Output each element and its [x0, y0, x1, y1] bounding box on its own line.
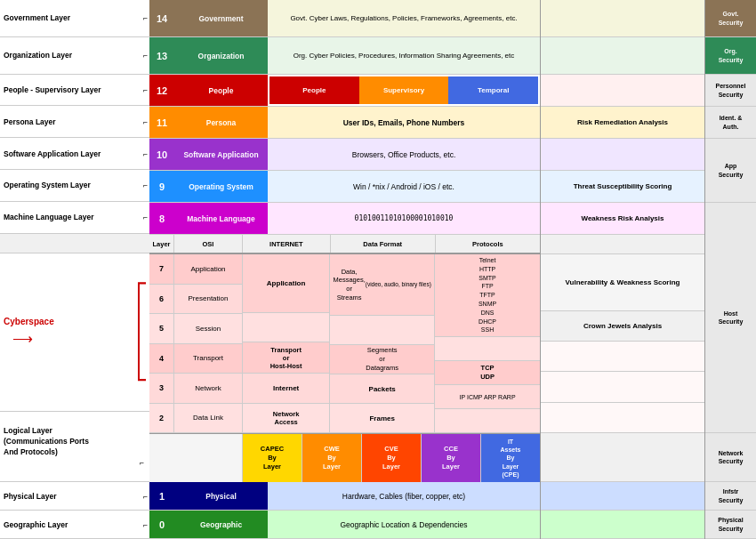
osi-name-7: Application: [174, 254, 243, 285]
name-geographic: Geographic: [174, 511, 268, 538]
label-people-text: People - Supervisory Layer: [4, 85, 101, 94]
cve-cell: CVEByLayer: [362, 434, 422, 482]
osi-internet-internet: Internet: [243, 374, 330, 403]
num-machine: 8: [149, 203, 174, 234]
osi-num-4: 4: [149, 344, 174, 374]
row-physical: 1 Physical Hardware, Cables (fiber, copp…: [149, 482, 540, 511]
osi-internet-col: Application TransportorHost-Host Interne…: [243, 254, 330, 433]
label-machine-text: Machine Language Layer: [4, 213, 94, 221]
osi-protocols-network: IP ICMP ARP RARP: [435, 385, 540, 409]
osi-num-3-text: 3: [159, 383, 164, 392]
physical-desc-text: Hardware, Cables (fiber, copper, etc): [342, 492, 465, 501]
geo-desc-text: Geographic Location & Dependencies: [340, 520, 467, 529]
row-organization: 13 Organization Org. Cyber Policies, Pro…: [149, 37, 540, 75]
bracket-gov: ⌐: [143, 13, 148, 22]
ra-item-11: [541, 372, 704, 402]
ra-item-2: [541, 75, 704, 107]
label-physical-text: Physical Layer: [4, 492, 57, 501]
bracket-physical: ⌐: [143, 492, 148, 501]
desc-people: People Supervisory Temporal: [268, 75, 540, 106]
num-software: 10: [149, 139, 174, 170]
osi-name-4: Transport: [174, 344, 243, 374]
row-geographic: 0 Geographic Geographic Location & Depen…: [149, 511, 540, 539]
num-software-text: 10: [157, 149, 167, 160]
ra-item-7: [541, 235, 704, 254]
osi-col-format: Data Format: [331, 235, 436, 253]
osi-format-frames: Frames: [330, 404, 435, 433]
name-people: People: [174, 75, 268, 106]
cyberspace-text: Cyberspace: [4, 317, 54, 326]
persona-desc-text: User IDs, Emails, Phone Numbers: [343, 118, 465, 127]
label-logical-text: Logical Layer(Communications PortsAnd Pr…: [4, 426, 89, 458]
osi-name-3: Network: [174, 374, 243, 404]
people-name-text: People: [209, 86, 234, 95]
ra-item-13: [541, 433, 704, 482]
osi-col-protocols: Protocols: [436, 235, 540, 253]
name-organization: Organization: [174, 37, 268, 74]
name-os: Operating System: [174, 171, 268, 202]
label-physical: Physical Layer ⌐: [0, 482, 149, 511]
capec-row: CAPECByLayer CWEByLayer CVEByLayer CCEBy…: [149, 433, 540, 482]
label-people: People - Supervisory Layer ⌐: [0, 75, 149, 107]
bracket-software: ⌐: [143, 149, 148, 158]
right-analysis-column: Risk Remediation AnalysisThreat Suscepti…: [540, 0, 704, 539]
num-os: 9: [149, 171, 174, 202]
ra-item-5: Threat Susceptibility Scoring: [541, 171, 704, 203]
name-government: Government: [174, 0, 268, 36]
desc-os: Win / *nix / Android / iOS / etc.: [268, 171, 540, 202]
ra-item-3: Risk Remediation Analysis: [541, 107, 704, 139]
capec-cell: CAPECByLayer: [243, 434, 302, 482]
desc-geographic: Geographic Location & Dependencies: [268, 511, 540, 538]
ra-item-15: [541, 511, 704, 539]
cyberspace-arrow-icon: ⟶: [12, 330, 33, 347]
bracket-geographic: ⌐: [143, 520, 148, 529]
desc-physical: Hardware, Cables (fiber, copper, etc): [268, 482, 540, 510]
geo-name-text: Geographic: [200, 520, 242, 529]
label-organization: Organization Layer ⌐: [0, 37, 149, 75]
desc-persona: User IDs, Emails, Phone Numbers: [268, 107, 540, 138]
num-machine-text: 8: [159, 213, 165, 224]
machine-desc-text: 01010011010100001010010: [355, 214, 454, 222]
org-desc-text: Org. Cyber Policies, Procedures, Informa…: [294, 52, 515, 60]
osi-name-6: Presentation: [174, 285, 243, 315]
cce-cell: CCEByLayer: [422, 434, 481, 482]
osi-header-row: Layer OSI INTERNET Data Format Protocols: [149, 235, 540, 254]
num-gov-text: 14: [157, 13, 167, 24]
num-persona: 11: [149, 107, 174, 138]
osi-format-session: [330, 316, 435, 345]
ra-item-4: [541, 139, 704, 171]
osi-col-layer: Layer: [149, 235, 174, 253]
desc-software: Browsers, Office Products, etc.: [268, 139, 540, 170]
label-geographic-text: Geographic Layer: [4, 520, 68, 529]
gov-name-text: Government: [198, 14, 243, 23]
physical-name-text: Physical: [205, 492, 237, 501]
num-organization: 13: [149, 37, 174, 74]
bracket-org: ⌐: [143, 51, 148, 60]
num-org-text: 13: [157, 51, 167, 61]
it-assets-cell: ITAssetsByLayer(CPE): [481, 434, 540, 482]
label-organization-text: Organization Layer: [4, 51, 72, 60]
bracket-persona: ⌐: [143, 117, 148, 126]
osi-col-osi: OSI: [174, 235, 243, 253]
osi-num-2: 2: [149, 404, 174, 434]
num-os-text: 9: [159, 181, 165, 192]
sec-item-4: AppSecurity: [705, 139, 756, 203]
name-machine: Machine Language: [174, 203, 268, 234]
row-persona: 11 Persona User IDs, Emails, Phone Numbe…: [149, 107, 540, 139]
cwe-cell: CWEByLayer: [302, 434, 362, 482]
bracket-machine: ⌐: [143, 213, 148, 221]
row-machine: 8 Machine Language 010100110101000010100…: [149, 203, 540, 235]
persona-name-text: Persona: [206, 118, 237, 127]
sec-item-6: NetworkSecurity: [705, 433, 756, 482]
desc-people-part: People: [269, 76, 359, 104]
num-physical-text: 1: [159, 491, 165, 502]
sec-item-3: Ident. &Auth.: [705, 107, 756, 139]
sec-item-5: HostSecurity: [705, 203, 756, 433]
osi-rows-container: 7 6 5 4 3 2 Application Presentation Ses…: [149, 254, 540, 433]
label-government-text: Government Layer: [4, 13, 70, 22]
label-software: Software Application Layer ⌐: [0, 138, 149, 170]
ra-item-14: [541, 482, 704, 511]
num-people-text: 12: [157, 85, 167, 96]
osi-format-streams: Data,Messages,orStreams(video, audio, bi…: [330, 254, 435, 316]
osi-num-3: 3: [149, 374, 174, 404]
